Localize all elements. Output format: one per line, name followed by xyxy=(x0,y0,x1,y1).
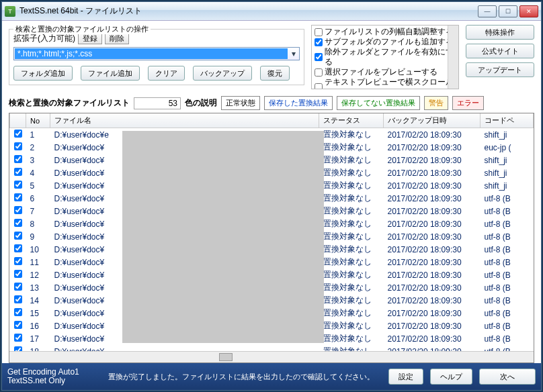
option-check[interactable]: 選択ファイルをプレビューする xyxy=(313,67,457,77)
checkbox[interactable] xyxy=(315,53,323,61)
cell-status: 置換対象なし xyxy=(319,294,384,307)
cell-code: utf-8 (B xyxy=(481,256,534,268)
cell-code: utf-8 (B xyxy=(481,217,534,230)
col-status[interactable]: ステータス xyxy=(319,113,384,128)
row-checkbox[interactable] xyxy=(14,155,22,163)
official-site-button[interactable]: 公式サイト xyxy=(466,44,534,58)
checkbox[interactable] xyxy=(315,83,323,89)
options-checklist[interactable]: ファイルリストの列幅自動調整するサブフォルダのファイルも追加する除外フォルダとフ… xyxy=(311,25,459,89)
cell-code: utf-8 (B xyxy=(481,294,534,307)
app-icon: T xyxy=(5,6,15,17)
cell-backup: 2017/02/20 18:09:30 xyxy=(384,166,481,179)
cell-status: 置換対象なし xyxy=(319,281,384,294)
cell-backup: 2017/02/20 18:09:30 xyxy=(384,268,481,281)
cell-no: 3 xyxy=(26,154,50,166)
row-checkbox[interactable] xyxy=(14,270,22,278)
row-checkbox[interactable] xyxy=(14,219,22,227)
special-ops-button[interactable]: 特殊操作 xyxy=(466,25,534,40)
restore-button[interactable]: 復元 xyxy=(260,66,290,81)
cell-status: 置換対象なし xyxy=(319,141,384,154)
check-label: ファイルリストの列幅自動調整する xyxy=(325,27,454,37)
clear-button[interactable]: クリア xyxy=(148,66,185,81)
cell-code: utf-8 (B xyxy=(481,307,534,320)
file-count: 53 xyxy=(134,97,181,109)
settings-button[interactable]: 設定 xyxy=(388,369,423,385)
row-checkbox[interactable] xyxy=(14,308,22,316)
color-legend-label: 色の説明 xyxy=(185,97,217,109)
checkbox[interactable] xyxy=(315,38,323,46)
legend-error: エラー xyxy=(452,96,484,110)
backup-button[interactable]: バックアップ xyxy=(193,66,252,81)
row-checkbox[interactable] xyxy=(14,321,22,329)
cell-code: shift_ji xyxy=(481,154,534,166)
cell-status: 置換対象なし xyxy=(319,332,384,345)
ext-combo[interactable]: *.htm;*.html;*.js;*.css ▾ xyxy=(13,47,300,60)
window-title: TextSS.net 64bit - ファイルリスト xyxy=(19,5,476,17)
cell-backup: 2017/02/20 18:09:30 xyxy=(384,320,481,332)
cell-no: 16 xyxy=(26,320,50,332)
col-backup[interactable]: バックアップ日時 xyxy=(384,113,481,128)
row-checkbox[interactable] xyxy=(14,206,22,214)
cell-no: 15 xyxy=(26,307,50,320)
legend-warn: 警告 xyxy=(424,96,448,110)
add-file-button[interactable]: ファイル追加 xyxy=(81,66,140,81)
cell-backup: 2017/02/20 18:09:30 xyxy=(384,154,481,166)
row-checkbox[interactable] xyxy=(14,257,22,265)
help-button[interactable]: ヘルプ xyxy=(430,369,472,385)
row-checkbox[interactable] xyxy=(14,130,22,138)
maximize-button[interactable]: ☐ xyxy=(499,5,517,17)
titlebar[interactable]: T TextSS.net 64bit - ファイルリスト — ☐ ✕ xyxy=(2,2,541,21)
status-info: Get Encoding Auto1 TextSS.net Only xyxy=(7,368,101,385)
file-table-wrap: No ファイル名 ステータス バックアップ日時 コードペ 1 D:¥user¥d… xyxy=(9,113,534,363)
h-scrollbar[interactable] xyxy=(9,351,534,362)
option-check[interactable]: ファイルリストの列幅自動調整する xyxy=(313,27,457,37)
next-button[interactable]: 次へ xyxy=(479,369,536,385)
checkbox[interactable] xyxy=(315,68,323,77)
row-checkbox[interactable] xyxy=(14,295,22,303)
col-no[interactable]: No xyxy=(26,113,50,128)
cell-backup: 2017/02/20 18:09:30 xyxy=(384,192,481,205)
check-label: 選択ファイルをプレビューする xyxy=(325,67,437,77)
cell-code: utf-8 (B xyxy=(481,205,534,217)
row-checkbox[interactable] xyxy=(14,244,22,252)
row-checkbox[interactable] xyxy=(14,142,22,150)
cell-code: shift_ji xyxy=(481,179,534,192)
content-area: 検索と置換の対象ファイルリストの操作 拡張子(入力可能) 登録 削除 *.htm… xyxy=(2,21,541,363)
cell-no: 8 xyxy=(26,217,50,230)
file-list-ops-group: 検索と置換の対象ファイルリストの操作 拡張子(入力可能) 登録 削除 *.htm… xyxy=(9,29,304,85)
option-check[interactable]: 除外フォルダとファイルを有効にする xyxy=(313,47,457,67)
col-code[interactable]: コードペ xyxy=(481,113,534,128)
col-filename[interactable]: ファイル名 xyxy=(50,113,319,128)
file-list-label: 検索と置換の対象ファイルリスト xyxy=(9,97,130,109)
row-checkbox[interactable] xyxy=(14,193,22,201)
cell-backup: 2017/02/20 18:09:30 xyxy=(384,217,481,230)
chevron-down-icon[interactable]: ▾ xyxy=(288,49,299,58)
row-checkbox[interactable] xyxy=(14,168,22,176)
cell-no: 4 xyxy=(26,166,50,179)
cell-status: 置換対象なし xyxy=(319,256,384,268)
minimize-button[interactable]: — xyxy=(478,5,497,17)
close-button[interactable]: ✕ xyxy=(519,5,538,17)
cell-code: utf-8 (B xyxy=(481,230,534,243)
cell-status: 置換対象なし xyxy=(319,205,384,217)
row-checkbox[interactable] xyxy=(14,283,22,291)
cell-no: 12 xyxy=(26,268,50,281)
row-checkbox[interactable] xyxy=(14,232,22,240)
row-checkbox[interactable] xyxy=(14,181,22,189)
checkbox[interactable] xyxy=(315,28,323,36)
cell-no: 13 xyxy=(26,281,50,294)
cell-status: 置換対象なし xyxy=(319,230,384,243)
option-check[interactable]: サブフォルダのファイルも追加する xyxy=(313,37,457,47)
option-check[interactable]: テキストプレビューで横スクロールする xyxy=(313,77,457,89)
legend-unsaved: 保存してない置換結果 xyxy=(337,96,420,110)
check-label: サブフォルダのファイルも追加する xyxy=(325,37,454,47)
cell-no: 2 xyxy=(26,141,50,154)
cell-code: utf-8 (B xyxy=(481,192,534,205)
cell-status: 置換対象なし xyxy=(319,268,384,281)
cell-backup: 2017/02/20 18:09:30 xyxy=(384,281,481,294)
scrollbar[interactable] xyxy=(448,26,458,89)
update-button[interactable]: アップデート xyxy=(466,62,534,77)
add-folder-button[interactable]: フォルダ追加 xyxy=(13,66,73,81)
cell-code: euc-jp ( xyxy=(481,141,534,154)
row-checkbox[interactable] xyxy=(14,334,22,342)
